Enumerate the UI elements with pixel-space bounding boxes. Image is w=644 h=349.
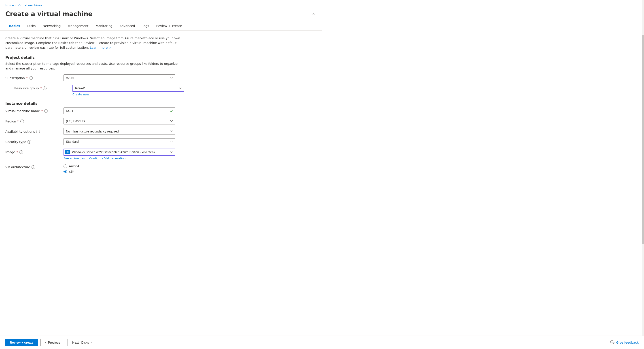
security-type-info-icon[interactable]: i (28, 140, 31, 144)
region-dropdown[interactable]: (US) East US (64, 118, 175, 124)
subscription-required: * (26, 76, 28, 80)
page-header: Create a virtual machine ... × (0, 9, 322, 22)
tab-tags[interactable]: Tags (139, 22, 153, 30)
tab-advanced[interactable]: Advanced (116, 22, 138, 30)
security-type-control: Standard (64, 138, 175, 145)
tab-management[interactable]: Management (64, 22, 92, 30)
security-type-dropdown[interactable]: Standard (64, 138, 175, 145)
close-button[interactable]: × (310, 9, 317, 18)
security-type-label: Security type i (5, 138, 64, 144)
subscription-control: Azure (64, 74, 175, 81)
review-create-button[interactable]: Review + create (5, 339, 38, 346)
breadcrumb-vms[interactable]: Virtual machines (18, 3, 42, 7)
vm-name-row: Virtual machine name * i (5, 107, 184, 114)
resource-group-control: RG-AD Create new (72, 85, 184, 96)
tab-bar: Basics Disks Networking Management Monit… (0, 22, 322, 31)
availability-info-icon[interactable]: i (36, 130, 40, 133)
content-area: Create a virtual machine that runs Linux… (0, 31, 322, 349)
vm-name-label: Virtual machine name * i (5, 107, 64, 113)
project-details-desc: Select the subscription to manage deploy… (5, 61, 184, 71)
tab-networking[interactable]: Networking (39, 22, 64, 30)
feedback-icon: 💬 (610, 340, 614, 345)
vm-architecture-control: Arm64 x64 (64, 164, 175, 173)
tab-disks[interactable]: Disks (24, 22, 39, 30)
tab-monitoring[interactable]: Monitoring (92, 22, 116, 30)
next-button[interactable]: Next : Disks > (68, 339, 96, 346)
feedback-label: Give feedback (616, 341, 639, 344)
region-row: Region * i (US) East US (5, 118, 184, 124)
scrollbar-track[interactable] (642, 0, 644, 349)
region-required: * (18, 119, 19, 123)
image-select-wrapper: ⊞ Windows Server 2022 Datacenter: Azure … (64, 149, 175, 156)
create-new-resource-group-link[interactable]: Create new (72, 93, 184, 96)
more-options-button[interactable]: ... (95, 11, 102, 17)
architecture-x64-label: x64 (69, 170, 75, 173)
give-feedback-link[interactable]: 💬 Give feedback (610, 340, 639, 345)
subscription-row: Subscription * i Azure (5, 74, 184, 81)
windows-icon: ⊞ (65, 150, 70, 154)
bottom-bar: Review + create < Previous Next : Disks … (0, 336, 644, 349)
breadcrumb-home[interactable]: Home (5, 3, 14, 7)
availability-row: Availability options i No infrastructure… (5, 128, 184, 135)
availability-dropdown[interactable]: No infrastructure redundancy required (64, 128, 175, 135)
architecture-arm64-option[interactable]: Arm64 (64, 164, 175, 168)
architecture-arm64-label: Arm64 (69, 164, 80, 168)
resource-group-info-icon[interactable]: i (43, 86, 46, 90)
region-info-icon[interactable]: i (20, 119, 24, 123)
breadcrumb-separator-1: › (15, 4, 16, 7)
learn-more-link[interactable]: Learn more ↗ (90, 46, 111, 49)
vm-name-info-icon[interactable]: i (44, 109, 48, 113)
configure-vm-generation-link[interactable]: Configure VM generation (89, 157, 126, 160)
previous-button[interactable]: < Previous (40, 339, 65, 346)
tab-basics[interactable]: Basics (5, 22, 24, 30)
security-type-row: Security type i Standard (5, 138, 184, 145)
page-title: Create a virtual machine (5, 10, 92, 18)
resource-group-label: Resource group * i (14, 85, 72, 90)
image-required: * (16, 150, 18, 154)
scrollbar-thumb[interactable] (642, 35, 644, 244)
subscription-info-icon[interactable]: i (29, 76, 33, 80)
vm-architecture-label: VM architecture i (5, 164, 64, 169)
region-control: (US) East US (64, 118, 175, 124)
external-link-icon: ↗ (109, 46, 111, 49)
project-details-heading: Project details (5, 55, 317, 60)
image-info-icon[interactable]: i (20, 150, 23, 154)
region-label: Region * i (5, 118, 64, 123)
instance-details-heading: Instance details (5, 101, 317, 106)
architecture-x64-option[interactable]: x64 (64, 170, 175, 173)
resource-group-dropdown[interactable]: RG-AD (72, 85, 184, 92)
breadcrumb-separator-2: › (44, 4, 44, 7)
breadcrumb: Home › Virtual machines › (0, 0, 322, 9)
see-all-images-link[interactable]: See all images (64, 157, 85, 160)
vm-architecture-radio-group: Arm64 x64 (64, 164, 175, 173)
architecture-arm64-radio[interactable] (64, 164, 67, 168)
resource-group-row: Resource group * i RG-AD Create new (5, 85, 184, 96)
vm-name-control (64, 107, 175, 114)
vm-architecture-info-icon[interactable]: i (32, 165, 35, 169)
tab-review-create[interactable]: Review + create (153, 22, 186, 30)
architecture-x64-radio[interactable] (64, 170, 67, 173)
availability-control: No infrastructure redundancy required (64, 128, 175, 135)
resource-group-required: * (40, 86, 42, 90)
vm-architecture-row: VM architecture i Arm64 x64 (5, 164, 184, 173)
image-links-separator: | (86, 157, 88, 160)
image-links: See all images | Configure VM generation (64, 157, 175, 160)
image-control: ⊞ Windows Server 2022 Datacenter: Azure … (64, 149, 175, 160)
image-label: Image * i (5, 149, 64, 154)
image-dropdown[interactable]: Windows Server 2022 Datacenter: Azure Ed… (64, 149, 175, 156)
availability-label: Availability options i (5, 128, 64, 133)
vm-name-required: * (41, 109, 43, 113)
vm-name-input[interactable] (64, 107, 175, 114)
subscription-label: Subscription * i (5, 74, 64, 80)
image-row: Image * i ⊞ Windows Server 2022 Datacent… (5, 149, 184, 160)
description-text: Create a virtual machine that runs Linux… (5, 36, 184, 50)
subscription-dropdown[interactable]: Azure (64, 74, 175, 81)
